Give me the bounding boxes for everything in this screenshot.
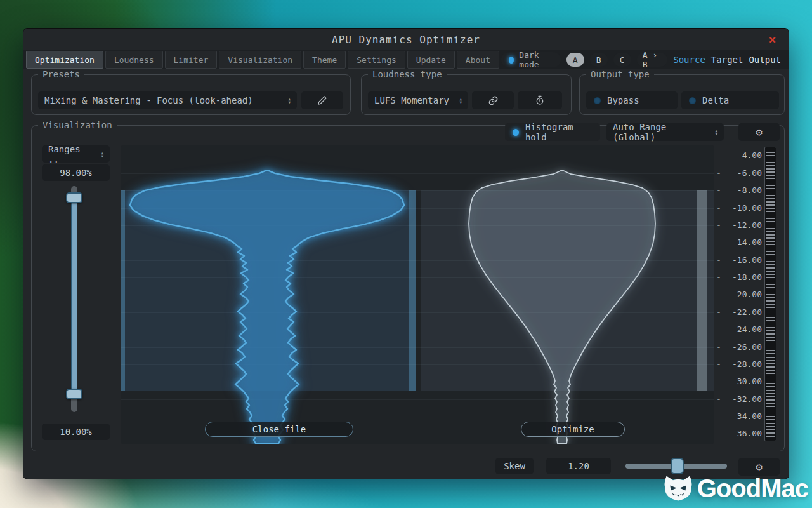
optimize-button[interactable]: Optimize [521,422,625,437]
range-slider-top-handle[interactable] [66,192,82,203]
preset-slot-a-button[interactable]: A [566,53,584,67]
close-file-button[interactable]: Close file [205,422,353,437]
legend-source-toggle[interactable]: Source [673,55,705,65]
output-type-group-label: Output type [586,69,654,79]
bypass-toggle[interactable]: Bypass [586,91,678,109]
presets-group: Presets Mixing & Mastering - Focus (look… [31,74,351,115]
edit-preset-button[interactable] [301,91,343,109]
tab-bar: Optimization Loudness Limiter Visualizat… [23,50,789,69]
tab-visualization[interactable]: Visualization [219,51,301,69]
skew-button[interactable]: Skew [495,458,534,474]
loudness-type-group: Loudness type LUFS Momentary ▲▼ [361,74,572,115]
axis-tick: --32.00 [716,394,762,404]
axis-tick: --14.00 [716,237,762,247]
range-max-value[interactable]: 98.00% [42,164,110,181]
histogram-hold-toggle[interactable]: Histogram hold [505,123,600,141]
footer-settings-button[interactable]: ⚙ [738,458,780,476]
loudness-type-select[interactable]: LUFS Momentary ▲▼ [368,91,468,109]
skew-value[interactable]: 1.20 [546,458,611,474]
stopwatch-icon [535,95,545,105]
delta-label: Delta [702,95,729,105]
close-icon[interactable]: × [766,32,780,46]
meter-hatch [766,149,775,439]
ranges-select-value: Ranges .. [48,144,96,164]
axis-tick: --22.00 [716,307,762,317]
link-icon [488,95,499,106]
preset-slot-c-button[interactable]: C [613,53,631,67]
histogram-hold-dot-icon [513,129,519,136]
visualization-settings-button[interactable]: ⚙ [738,123,780,141]
watermark: GoodMac [662,474,808,503]
axis-tick: --18.00 [716,272,762,282]
title-bar: APU Dynamics Optimizer × [23,29,789,50]
dark-mode-label: Dark mode [519,50,553,69]
violin-source [130,171,404,444]
dark-mode-dot-icon [509,57,514,64]
axis-tick: --34.00 [716,411,762,421]
gear-icon: ⚙ [756,460,762,473]
gate-timing-button[interactable] [518,91,562,109]
range-slider-fill [71,197,77,394]
legend-target-toggle[interactable]: Target [711,55,743,65]
axis-tick: --26.00 [716,342,762,352]
axis-tick: --16.00 [716,255,762,265]
toolbar-right: Dark mode A B C A › B Source Target Outp… [501,52,786,67]
watermark-text: GoodMac [697,474,808,503]
spinner-arrows-icon: ▲▼ [96,151,103,157]
delta-dot-icon [689,97,696,104]
violin-histograms-svg [121,145,714,444]
histogram-plot: Close file Optimize [121,145,714,444]
tab-optimization[interactable]: Optimization [26,51,103,69]
preset-slot-b-button[interactable]: B [590,53,608,67]
auto-range-select[interactable]: Auto Range (Global) ▲▼ [606,123,724,141]
tab-settings[interactable]: Settings [348,51,405,69]
preset-select-value: Mixing & Mastering - Focus (look-ahead) [44,95,253,105]
delta-toggle[interactable]: Delta [681,91,779,109]
loudness-type-value: LUFS Momentary [374,95,449,105]
tab-about[interactable]: About [457,51,499,69]
violin-target [469,171,655,444]
range-slider-bottom-handle[interactable] [66,389,82,399]
spinner-arrows-icon: ▲▼ [710,129,717,135]
tab-loudness[interactable]: Loudness [105,51,163,69]
dark-mode-toggle[interactable]: Dark mode [501,52,561,67]
histogram-hold-label: Histogram hold [525,122,593,142]
gear-icon: ⚙ [756,126,762,138]
copy-a-to-b-button[interactable]: A › B [637,53,668,67]
axis-tick: --24.00 [716,324,762,334]
link-channels-button[interactable] [472,91,514,109]
cat-logo-icon [662,474,695,503]
tab-update[interactable]: Update [407,51,455,69]
preset-select[interactable]: Mixing & Mastering - Focus (look-ahead) … [38,91,297,109]
skew-slider[interactable] [625,464,727,469]
plugin-window: APU Dynamics Optimizer × Optimization Lo… [23,28,789,479]
window-title: APU Dynamics Optimizer [332,34,480,46]
output-type-group: Output type Bypass Delta [579,74,785,115]
pencil-icon [317,95,327,105]
axis-tick: --10.00 [716,203,762,213]
auto-range-value: Auto Range (Global) [613,122,710,142]
tab-theme[interactable]: Theme [303,51,346,69]
axis-tick: --30.00 [716,377,762,386]
axis-tick: --8.00 [716,185,762,195]
visualization-group-label: Visualization [38,120,117,130]
spinner-arrows-icon: ▲▼ [283,97,291,104]
ranges-select[interactable]: Ranges .. ▲▼ [42,145,110,163]
axis-tick: --6.00 [716,168,762,178]
axis-tick: --4.00 [716,150,762,160]
presets-group-label: Presets [38,69,84,79]
axis-tick: --28.00 [716,359,762,369]
axis-tick: --36.00 [716,429,762,438]
range-meter-strip[interactable] [764,147,776,441]
range-slider[interactable] [71,186,77,412]
spinner-arrows-icon: ▲▼ [454,97,462,104]
bypass-dot-icon [594,97,601,104]
axis-tick: --20.00 [716,290,762,299]
loudness-axis: --4.00--6.00--8.00--10.00--12.00--14.00-… [716,145,762,444]
loudness-type-group-label: Loudness type [368,69,447,79]
tab-limiter[interactable]: Limiter [165,51,218,69]
legend-output-toggle[interactable]: Output [749,55,781,65]
skew-slider-handle[interactable] [671,458,684,474]
range-min-value[interactable]: 10.00% [42,424,110,440]
bypass-label: Bypass [607,95,639,105]
